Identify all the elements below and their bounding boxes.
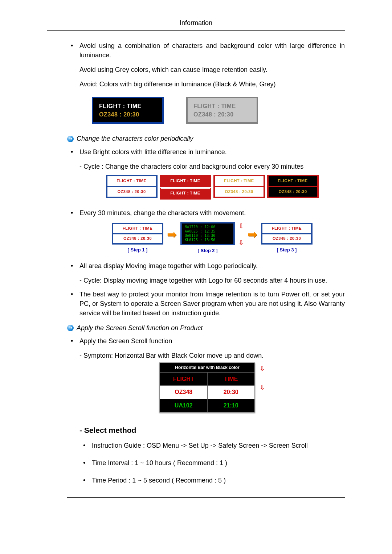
heading-text: Change the characters color periodically [77, 134, 193, 143]
color-tile: FLIGHT : TIME OZ348 : 20:30 [267, 175, 319, 200]
paragraph: - Cycle: Display moving image together w… [79, 276, 345, 285]
list-item: Instruction Guide : OSD Menu -> Set Up -… [79, 441, 345, 450]
tile-text: FLIGHT : TIME [213, 175, 265, 187]
list-item: All area display Moving image together w… [67, 261, 345, 285]
example-box-grey: FLIGHT : TIME OZ348 : 20:30 [186, 97, 258, 124]
pin-down-icon: ⇩ [238, 221, 244, 231]
movement-pins: ⇩ ⇩ [238, 221, 244, 255]
movement-pins: ⇩ ⇩ [260, 362, 265, 413]
tile-text: OZ348 : 20:30 [267, 187, 319, 198]
section-heading: ➜ Apply the Screen Scroll function on Pr… [67, 323, 345, 333]
figure-luminance-examples: FLIGHT : TIME OZ348 : 20:30 FLIGHT : TIM… [79, 89, 345, 129]
paragraph: All area display Moving image together w… [79, 262, 258, 270]
tile-text: OZ348 : 20:30 [112, 234, 163, 245]
table-cell: 21:10 [207, 399, 255, 412]
scroll-line: AA0025 : 12:35 [182, 229, 233, 234]
arrow-right-icon: ➡ [167, 226, 177, 250]
scroll-table: Horizontal Bar with Black color FLIGHT T… [159, 362, 255, 413]
step-label: [ Step 1 ] [128, 247, 148, 254]
example-text: FLIGHT : TIME [93, 102, 162, 110]
figure-screen-scroll: Horizontal Bar with Black color FLIGHT T… [79, 360, 345, 416]
paragraph: Every 30 minutes, change the characters … [79, 209, 246, 217]
step-column: NA1710 : 12:00 AA0025 : 12:35 UA0110 : 1… [180, 222, 235, 254]
step-label: [ Step 2 ] [198, 247, 218, 254]
paragraph: Avoid: Colors with big difference in lum… [79, 79, 345, 89]
color-tile: FLIGHT : TIME OZ348 : 20:30 [106, 175, 158, 200]
scroll-line: KL0125 : 13:50 [182, 238, 233, 242]
black-bar-icon [160, 376, 207, 377]
paragraph: Use Bright colors with little difference… [79, 148, 227, 156]
step-tile: FLIGHT : TIME OZ348 : 20:30 [112, 223, 163, 245]
black-bar-icon [208, 376, 255, 377]
tile-text: FLIGHT : TIME [106, 175, 158, 187]
paragraph: Apply the Screen Scroll function [79, 337, 172, 345]
table-row: UA102 21:10 [160, 399, 254, 412]
figure-color-cycle: FLIGHT : TIME OZ348 : 20:30 FLIGHT : TIM… [79, 171, 345, 204]
table-cell: OZ348 [160, 385, 207, 398]
paragraph: Avoid using a combination of characters … [79, 42, 345, 59]
scroll-table-title: Horizontal Bar with Black color [160, 363, 254, 372]
step-tile: FLIGHT : TIME OZ348 : 20:30 [261, 223, 313, 245]
table-row: FLIGHT TIME [160, 372, 254, 385]
section-heading: ➜ Change the characters color periodical… [67, 134, 345, 143]
tile-text: FLIGHT : TIME [160, 187, 211, 200]
step-column: FLIGHT : TIME OZ348 : 20:30 [ Step 1 ] [112, 223, 163, 254]
tile-text: OZ348 : 20:30 [261, 234, 313, 245]
tile-text: OZ348 : 20:30 [213, 187, 265, 198]
table-cell: FLIGHT [160, 372, 207, 385]
pin-down-icon: ⇩ [260, 383, 265, 392]
table-cell: 20:30 [207, 385, 255, 398]
page-header: Information [47, 18, 345, 31]
tile-text: FLIGHT : TIME [267, 175, 319, 187]
content-body: Avoid using a combination of characters … [47, 41, 345, 498]
step-column: FLIGHT : TIME OZ348 : 20:30 [ Step 3 ] [261, 223, 313, 254]
tile-text: FLIGHT : TIME [112, 223, 163, 234]
list-item: Use Bright colors with little difference… [67, 147, 345, 204]
list-item: Time Period : 1 ~ 5 second ( Recommend :… [79, 476, 345, 485]
color-tile: FLIGHT : TIME OZ348 : 20:30 [213, 175, 265, 200]
pin-down-icon: ⇩ [238, 238, 244, 247]
example-text: FLIGHT : TIME [188, 102, 257, 110]
color-tile: FLIGHT : TIME FLIGHT : TIME [160, 175, 211, 200]
subheading: - Select method [79, 425, 345, 436]
example-text: OZ348 : 20:30 [188, 110, 257, 119]
list-item: The best way to protect your monitor fro… [67, 290, 345, 318]
tile-text: OZ348 : 20:30 [106, 187, 158, 198]
list-item: Avoid using a combination of characters … [67, 41, 345, 129]
tile-text: FLIGHT : TIME [160, 175, 211, 187]
step-tile-scrolling: NA1710 : 12:00 AA0025 : 12:35 UA0110 : 1… [180, 222, 235, 245]
example-box-dark: FLIGHT : TIME OZ348 : 20:30 [92, 97, 164, 124]
arrow-right-icon: ➡ [248, 226, 257, 250]
heading-text: Apply the Screen Scroll function on Prod… [77, 323, 203, 333]
step-label: [ Step 3 ] [277, 247, 297, 254]
pin-down-icon: ⇩ [260, 364, 265, 373]
scroll-line: NA1710 : 12:00 [182, 225, 233, 229]
table-cell: TIME [207, 372, 255, 385]
paragraph: - Symptom: Horizontal Bar with Black Col… [79, 351, 345, 360]
list-item: Every 30 minutes, change the characters … [67, 208, 345, 257]
page: Information Avoid using a combination of… [0, 0, 392, 520]
scroll-line: UA0110 : 13:30 [182, 234, 233, 238]
table-cell: UA102 [160, 399, 207, 412]
paragraph: - Cycle : Change the characters color an… [79, 162, 345, 171]
list-item: Time Interval : 1 ~ 10 hours ( Recommend… [79, 458, 345, 468]
paragraph: Avoid using Grey colors, which can cause… [79, 65, 345, 74]
footer-rule [67, 497, 345, 498]
list-item: Apply the Screen Scroll function - Sympt… [67, 336, 345, 485]
paragraph: The best way to protect your monitor fro… [79, 291, 345, 317]
table-row: OZ348 20:30 [160, 385, 254, 398]
arrow-bullet-icon: ➜ [67, 325, 74, 331]
tile-text: FLIGHT : TIME [261, 223, 313, 234]
arrow-bullet-icon: ➜ [67, 136, 74, 142]
figure-movement-steps: FLIGHT : TIME OZ348 : 20:30 [ Step 1 ] ➡… [79, 218, 345, 257]
example-text: OZ348 : 20:30 [93, 110, 162, 119]
